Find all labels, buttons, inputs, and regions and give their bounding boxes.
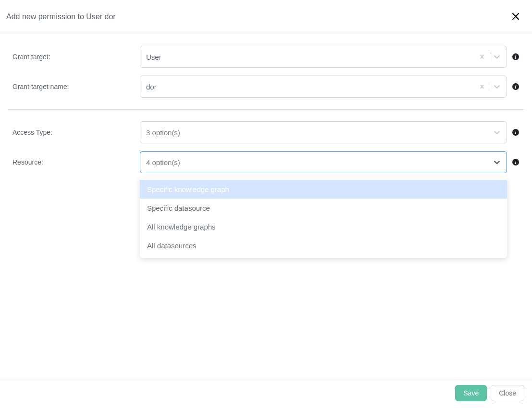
- label-access-type: Access Type:: [8, 128, 140, 136]
- dropdown-option-specific-knowledge-graph[interactable]: Specific knowledge graph: [140, 180, 507, 199]
- info-icon[interactable]: i: [512, 159, 519, 166]
- select-access-type[interactable]: 3 option(s): [140, 121, 507, 143]
- form-section-target: Grant target: User i: [8, 46, 524, 110]
- info-wrapper: i: [507, 83, 524, 90]
- select-access-type-placeholder: 3 option(s): [146, 128, 180, 137]
- row-grant-target-name: Grant target name: dor i: [8, 76, 524, 98]
- indicator-separator: [489, 52, 489, 62]
- select-indicators: [492, 157, 502, 167]
- info-icon[interactable]: i: [512, 83, 519, 90]
- select-resource-wrapper: 4 option(s) Specific knowledge graph Spe…: [140, 151, 507, 173]
- modal-header: Add new permission to User dor: [0, 0, 532, 34]
- chevron-down-icon[interactable]: [492, 82, 502, 91]
- resource-dropdown-menu: Specific knowledge graph Specific dataso…: [140, 177, 507, 258]
- select-grant-target-name-value: dor: [146, 83, 157, 91]
- info-wrapper: i: [507, 129, 524, 136]
- select-grant-target-name[interactable]: dor: [140, 76, 507, 98]
- row-resource: Resource: 4 option(s) Specific knowledge…: [8, 151, 524, 173]
- save-button[interactable]: Save: [455, 385, 487, 401]
- select-grant-target-name-wrapper: dor: [140, 76, 507, 98]
- select-access-type-wrapper: 3 option(s): [140, 121, 507, 143]
- close-button[interactable]: Close: [491, 385, 524, 401]
- info-icon[interactable]: i: [512, 129, 519, 136]
- clear-icon[interactable]: [478, 53, 486, 61]
- chevron-down-icon[interactable]: [492, 52, 502, 62]
- select-resource-placeholder: 4 option(s): [146, 158, 180, 166]
- row-grant-target: Grant target: User i: [8, 46, 524, 68]
- modal-body: Grant target: User i: [0, 34, 532, 196]
- label-grant-target-name: Grant target name:: [8, 83, 140, 90]
- info-wrapper: i: [507, 53, 524, 60]
- select-indicators: [478, 82, 502, 91]
- close-icon[interactable]: [512, 12, 524, 22]
- label-resource: Resource:: [8, 158, 140, 166]
- clear-icon[interactable]: [478, 83, 486, 90]
- dropdown-option-specific-datasource[interactable]: Specific datasource: [140, 199, 507, 217]
- indicator-separator: [489, 82, 489, 91]
- modal-footer: Save Close: [0, 378, 532, 408]
- chevron-down-icon[interactable]: [492, 128, 502, 137]
- dropdown-option-all-knowledge-graphs[interactable]: All knowledge graphs: [140, 217, 507, 236]
- form-section-access: Access Type: 3 option(s) i Resource:: [8, 121, 524, 185]
- select-grant-target[interactable]: User: [140, 46, 507, 68]
- label-grant-target: Grant target:: [8, 53, 140, 61]
- select-indicators: [478, 52, 502, 62]
- info-wrapper: i: [507, 159, 524, 166]
- chevron-down-icon[interactable]: [492, 157, 502, 167]
- dropdown-option-all-datasources[interactable]: All datasources: [140, 236, 507, 255]
- select-resource[interactable]: 4 option(s): [140, 151, 507, 173]
- row-access-type: Access Type: 3 option(s) i: [8, 121, 524, 143]
- select-grant-target-value: User: [146, 53, 161, 61]
- modal-title: Add new permission to User dor: [6, 13, 116, 21]
- select-indicators: [492, 128, 502, 137]
- info-icon[interactable]: i: [512, 53, 519, 60]
- select-grant-target-wrapper: User: [140, 46, 507, 68]
